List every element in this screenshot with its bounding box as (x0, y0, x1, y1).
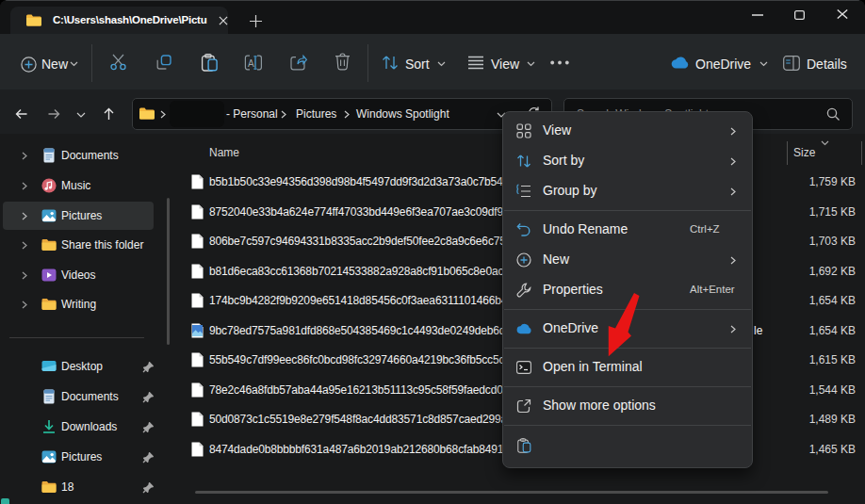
svg-text:A: A (248, 58, 254, 69)
